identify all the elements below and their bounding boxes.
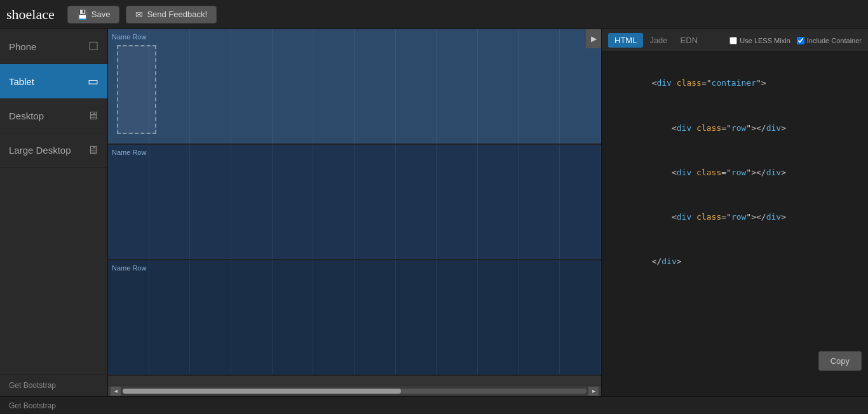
topbar: shoelace 💾 Save ✉ Send Feedback! <box>0 0 868 29</box>
grid-lines-2 <box>108 145 601 259</box>
grid-lines-3 <box>108 260 601 375</box>
save-icon: 💾 <box>77 10 88 20</box>
row-container-1: Name Row <box>108 29 601 145</box>
grid-col <box>396 260 437 375</box>
tab-html[interactable]: HTML <box>608 33 643 48</box>
bottombar: Get Bootstrap <box>0 396 868 414</box>
include-container-checkbox[interactable] <box>797 37 804 44</box>
tab-jade[interactable]: Jade <box>643 33 674 48</box>
save-label: Save <box>92 10 111 19</box>
row-label-2: Name Row <box>112 149 146 156</box>
include-container-option[interactable]: Include Container <box>797 37 862 44</box>
grid-col <box>355 29 396 144</box>
copy-button[interactable]: Copy <box>818 351 862 371</box>
feedback-label: Send Feedback! <box>147 10 207 19</box>
feedback-button[interactable]: ✉ Send Feedback! <box>126 6 217 23</box>
bottombar-label: Get Bootstrap <box>9 401 56 410</box>
grid-col <box>519 145 560 259</box>
grid-col <box>437 145 478 259</box>
row-container-3: Name Row <box>108 260 601 376</box>
grid-col <box>560 260 601 375</box>
grid-col <box>519 260 560 375</box>
sidebar-item-tablet[interactable]: Tablet ▭ <box>0 64 107 99</box>
grid-col <box>190 29 231 144</box>
grid-canvas-3[interactable]: Name Row <box>108 260 601 375</box>
grid-col <box>313 260 355 375</box>
grid-col <box>437 29 478 144</box>
grid-col <box>108 260 149 375</box>
code-panel: HTML Jade EDN Use LESS Mixin Include Con… <box>601 29 868 396</box>
grid-col <box>149 260 191 375</box>
grid-lines-1 <box>108 29 601 144</box>
large-desktop-icon: 🖥 <box>87 144 98 157</box>
row-label-1: Name Row <box>112 33 146 41</box>
desktop-label: Desktop <box>9 110 44 121</box>
hscroll-right-button[interactable]: ▸ <box>588 387 599 396</box>
phone-label: Phone <box>9 41 36 52</box>
grid-col <box>478 29 519 144</box>
grid-col <box>273 145 314 259</box>
grid-col <box>149 145 191 259</box>
grid-canvas-2[interactable]: Name Row <box>108 145 601 259</box>
save-button[interactable]: 💾 Save <box>67 6 120 23</box>
grid-col <box>396 145 437 259</box>
code-line-5: </div> <box>612 239 858 284</box>
grid-col <box>478 145 519 259</box>
grid-col <box>273 29 314 144</box>
grid-col <box>355 145 396 259</box>
tablet-label: Tablet <box>9 76 34 87</box>
grid-col <box>313 145 355 259</box>
code-content: <div class="container"> <div class="row"… <box>602 52 868 396</box>
sidebar-get-bootstrap[interactable]: Get Bootstrap <box>0 374 107 396</box>
desktop-icon: 🖥 <box>87 109 98 123</box>
main-layout: Phone ☐ Tablet ▭ Desktop 🖥 Large Desktop… <box>0 29 868 396</box>
grid-col <box>560 145 601 259</box>
code-line-2: <div class="row"></div> <box>612 105 858 150</box>
less-mixin-label: Use LESS Mixin <box>740 37 790 44</box>
code-line-4: <div class="row"></div> <box>612 195 858 239</box>
tablet-icon: ▭ <box>88 74 98 88</box>
canvas-scroll[interactable]: Name Row <box>108 29 601 385</box>
less-mixin-checkbox[interactable] <box>729 37 737 44</box>
hscroll-track[interactable] <box>123 389 587 394</box>
include-container-label: Include Container <box>807 37 862 44</box>
grid-col <box>313 29 355 144</box>
sidebar-item-large-desktop[interactable]: Large Desktop 🖥 <box>0 133 107 168</box>
row-container-2: Name Row <box>108 145 601 260</box>
sidebar-item-desktop[interactable]: Desktop 🖥 <box>0 99 107 133</box>
hscroll-thumb[interactable] <box>123 389 401 394</box>
canvas-area: Name Row <box>108 29 601 396</box>
grid-col <box>396 29 437 144</box>
canvas-hscrollbar[interactable]: ◂ ▸ <box>108 385 601 396</box>
grid-col <box>190 145 231 259</box>
grid-col <box>478 260 519 375</box>
grid-col <box>108 145 149 259</box>
collapse-row-1-button[interactable]: ▶ <box>586 29 601 48</box>
grid-col <box>190 260 231 375</box>
feedback-icon: ✉ <box>135 10 143 20</box>
logo: shoelace <box>6 6 55 23</box>
code-line-3: <div class="row"></div> <box>612 150 858 194</box>
get-bootstrap-label: Get Bootstrap <box>9 381 56 390</box>
placeholder-element[interactable] <box>117 45 156 134</box>
phone-icon: ☐ <box>88 39 98 53</box>
hscroll-left-button[interactable]: ◂ <box>111 387 121 396</box>
code-options: Use LESS Mixin Include Container <box>729 37 862 44</box>
grid-col <box>231 29 273 144</box>
code-toolbar: HTML Jade EDN Use LESS Mixin Include Con… <box>602 29 868 52</box>
grid-col <box>231 145 273 259</box>
grid-col <box>437 260 478 375</box>
less-mixin-option[interactable]: Use LESS Mixin <box>729 37 790 44</box>
tab-edn[interactable]: EDN <box>674 33 704 48</box>
grid-canvas-1[interactable]: Name Row <box>108 29 601 144</box>
sidebar-item-phone[interactable]: Phone ☐ <box>0 29 107 64</box>
grid-col <box>231 260 273 375</box>
sidebar: Phone ☐ Tablet ▭ Desktop 🖥 Large Desktop… <box>0 29 108 396</box>
grid-col <box>273 260 314 375</box>
large-desktop-label: Large Desktop <box>9 145 71 156</box>
grid-col <box>355 260 396 375</box>
collapse-icon: ▶ <box>591 34 597 43</box>
grid-col <box>519 29 560 144</box>
row-label-3: Name Row <box>112 264 146 272</box>
code-line-1: <div class="container"> <box>612 61 858 105</box>
